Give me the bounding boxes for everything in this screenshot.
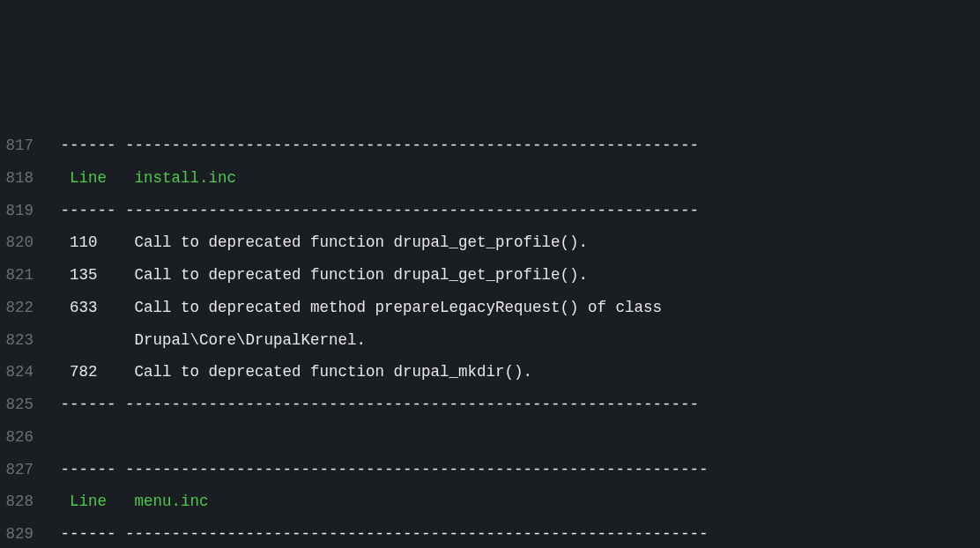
highlighted-text: Line bbox=[70, 169, 107, 187]
line-content: Line menu.inc bbox=[51, 485, 736, 518]
code-line: 818 Line install.inc bbox=[0, 162, 980, 195]
line-number: 823 bbox=[0, 324, 51, 357]
code-text: Drupal\Core\DrupalKernel. bbox=[51, 331, 717, 349]
code-text: ------ ---------------------------------… bbox=[51, 461, 717, 478]
code-line: 823 Drupal\Core\DrupalKernel. bbox=[0, 324, 980, 357]
code-text: 633 Call to deprecated method prepareLeg… bbox=[51, 299, 717, 316]
line-number: 822 bbox=[0, 292, 51, 324]
line-content: Line install.inc bbox=[51, 162, 727, 195]
highlighted-text: Line bbox=[70, 492, 107, 510]
line-number: 824 bbox=[0, 356, 51, 389]
code-editor[interactable]: 817 ------ -----------------------------… bbox=[0, 130, 980, 548]
code-text bbox=[209, 492, 737, 510]
line-number: 821 bbox=[0, 259, 51, 292]
highlighted-text: install.inc bbox=[135, 169, 237, 187]
code-line: 824 782 Call to deprecated function drup… bbox=[0, 356, 980, 389]
code-text bbox=[107, 169, 135, 187]
code-text: ------ ---------------------------------… bbox=[51, 525, 717, 543]
code-text: 110 Call to deprecated function drupal_g… bbox=[51, 233, 717, 251]
line-content: 110 Call to deprecated function drupal_g… bbox=[51, 226, 717, 259]
line-content: ------ ---------------------------------… bbox=[51, 195, 709, 227]
line-content: ------ ---------------------------------… bbox=[51, 389, 709, 421]
line-content: ------ ---------------------------------… bbox=[51, 130, 709, 162]
code-text: 135 Call to deprecated function drupal_g… bbox=[51, 266, 717, 284]
line-content: ------ ---------------------------------… bbox=[51, 518, 717, 548]
line-number: 826 bbox=[0, 421, 51, 454]
code-text bbox=[107, 492, 135, 510]
code-line: 828 Line menu.inc bbox=[0, 485, 980, 518]
line-number: 820 bbox=[0, 226, 51, 259]
line-number: 827 bbox=[0, 454, 51, 486]
code-text: 782 Call to deprecated function drupal_m… bbox=[51, 363, 717, 381]
line-content: 135 Call to deprecated function drupal_g… bbox=[51, 259, 717, 292]
code-line: 820 110 Call to deprecated function drup… bbox=[0, 226, 980, 259]
line-content: Drupal\Core\DrupalKernel. bbox=[51, 324, 717, 357]
line-content: ------ ---------------------------------… bbox=[51, 454, 717, 486]
line-content: 782 Call to deprecated function drupal_m… bbox=[51, 356, 717, 389]
code-line: 821 135 Call to deprecated function drup… bbox=[0, 259, 980, 292]
code-text: ------ ---------------------------------… bbox=[51, 396, 709, 413]
code-text: ------ ---------------------------------… bbox=[51, 202, 709, 219]
code-text bbox=[51, 169, 70, 187]
line-number: 825 bbox=[0, 389, 51, 421]
code-line: 822 633 Call to deprecated method prepar… bbox=[0, 292, 980, 324]
line-number: 819 bbox=[0, 195, 51, 227]
code-line: 827 ------ -----------------------------… bbox=[0, 454, 980, 486]
line-number: 829 bbox=[0, 518, 51, 548]
code-line: 819 ------ -----------------------------… bbox=[0, 195, 980, 227]
code-text bbox=[51, 492, 70, 510]
code-text: ------ ---------------------------------… bbox=[51, 137, 709, 154]
code-line: 826 bbox=[0, 421, 980, 454]
code-text bbox=[236, 169, 727, 187]
highlighted-text: menu.inc bbox=[135, 492, 209, 510]
code-line: 829 ------ -----------------------------… bbox=[0, 518, 980, 548]
line-number: 817 bbox=[0, 130, 51, 162]
code-line: 817 ------ -----------------------------… bbox=[0, 130, 980, 162]
line-number: 828 bbox=[0, 485, 51, 518]
code-line: 825 ------ -----------------------------… bbox=[0, 389, 980, 421]
line-content: 633 Call to deprecated method prepareLeg… bbox=[51, 292, 717, 324]
line-number: 818 bbox=[0, 162, 51, 195]
